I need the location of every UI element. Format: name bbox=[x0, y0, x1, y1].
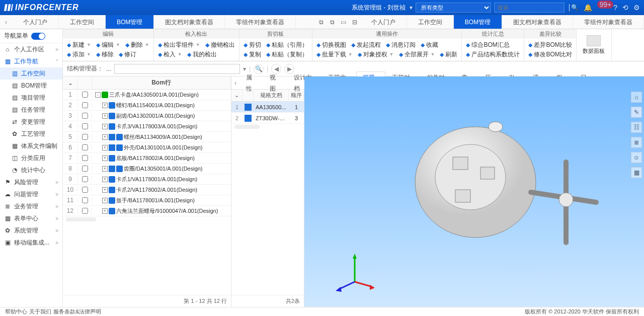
vp-user-icon[interactable]: ☺ bbox=[631, 152, 642, 163]
sidebar-item[interactable]: ▥工作空间 bbox=[0, 67, 62, 80]
expand-icon[interactable]: + bbox=[102, 134, 108, 140]
main-tab[interactable]: BOM管理 bbox=[454, 15, 502, 29]
sidebar-item[interactable]: ⌂个人工作区> bbox=[0, 43, 62, 55]
sidebar-item[interactable]: ≣业务管理> bbox=[0, 200, 62, 212]
ribbon-button[interactable]: ◆修改BOM比对 bbox=[528, 50, 572, 59]
sidebar-item[interactable]: ▤项目管理 bbox=[0, 92, 62, 104]
struct-filter-input[interactable] bbox=[114, 64, 240, 74]
bom-row[interactable]: 2 + 螺钉/BA1154001/A.001(Design) bbox=[63, 100, 231, 111]
vp-list-icon[interactable]: ≣ bbox=[631, 137, 642, 148]
ribbon-button[interactable]: ◆差异BOM比较 bbox=[528, 41, 572, 49]
bom-row[interactable]: 10 + 卡爪2/VA1178002/A.001(Design) bbox=[63, 185, 231, 195]
expand-icon[interactable]: + bbox=[102, 166, 108, 172]
bom-row[interactable]: 7 + 底板/BA1178002/A.001(Design) bbox=[63, 153, 231, 164]
row-checkbox[interactable] bbox=[82, 123, 88, 129]
row-checkbox[interactable] bbox=[82, 208, 88, 214]
bom-row[interactable]: 1 - 三爪卡盘/AA1305001/A.001(Design) bbox=[63, 90, 231, 100]
search-submit-icon[interactable]: │🔍 bbox=[568, 4, 579, 11]
bom-row[interactable]: 9 + 卡爪1/VA1178001/A.001(Design) bbox=[63, 174, 231, 185]
window-icon-4[interactable]: ⊟ bbox=[349, 15, 360, 29]
dropdown-icon[interactable]: ▾ bbox=[410, 4, 413, 11]
sidebar-item[interactable]: ▤BOM管理 bbox=[0, 80, 62, 92]
ribbon-button[interactable]: ◆复制 bbox=[244, 50, 261, 59]
footer-about[interactable]: 关于我们 bbox=[29, 308, 51, 315]
expand-icon[interactable]: - bbox=[95, 92, 101, 98]
bom-row[interactable]: 6 + 外壳/DA1301001/A.001(Design) bbox=[63, 142, 231, 153]
main-tab[interactable]: 零组件对象查看器 bbox=[225, 15, 296, 29]
main-tab[interactable]: 零组件对象查看器 bbox=[573, 15, 644, 29]
sidebar-item[interactable]: ☁问题管理> bbox=[0, 188, 62, 200]
doc-row[interactable]: 1AA130500...1 bbox=[231, 102, 304, 113]
ribbon-button[interactable]: ◆撤销检出 bbox=[205, 41, 235, 49]
ribbon-button[interactable]: ◆产品结构系数统计 bbox=[466, 50, 520, 59]
sidebar-item[interactable]: ▣移动端集成...> bbox=[0, 236, 62, 249]
sidebar-item[interactable]: ▤任务管理 bbox=[0, 104, 62, 116]
sidebar-item[interactable]: ▦表单中心> bbox=[0, 212, 62, 224]
settings-icon[interactable]: ⚙ bbox=[633, 4, 640, 12]
ribbon-button[interactable]: ◆删除▼ bbox=[125, 41, 149, 49]
sidebar-item[interactable]: ⚑风险管理> bbox=[0, 176, 62, 188]
expand-icon[interactable]: + bbox=[102, 145, 108, 150]
expand-icon[interactable]: + bbox=[102, 155, 108, 161]
row-checkbox[interactable] bbox=[82, 92, 88, 98]
ribbon-button[interactable]: ◆收藏 bbox=[421, 41, 438, 49]
expand-icon[interactable]: + bbox=[102, 103, 108, 108]
sidebar-item[interactable]: ◫分类应用 bbox=[0, 152, 62, 164]
main-tab[interactable]: 个人门户 bbox=[360, 15, 407, 29]
3d-viewport[interactable]: ⌂ ✎ ☷ ≣ ☺ ▦ bbox=[304, 76, 644, 307]
notification-icon[interactable]: 🔔99+ bbox=[584, 4, 608, 12]
main-tab[interactable]: 图文档对象查看器 bbox=[502, 15, 573, 29]
ribbon-button[interactable]: ◆对象授权▼ bbox=[358, 50, 394, 59]
row-checkbox[interactable] bbox=[82, 187, 88, 193]
window-icon-1[interactable]: ⧉ bbox=[316, 15, 327, 29]
vp-grid-icon[interactable]: ▦ bbox=[631, 167, 642, 178]
expand-icon[interactable]: + bbox=[102, 124, 108, 129]
expand-icon[interactable]: + bbox=[102, 208, 108, 214]
h-scrollbar[interactable] bbox=[66, 217, 96, 221]
bom-row[interactable]: 3 + 副齿/DA1302001/A.001(Design) bbox=[63, 111, 231, 121]
ribbon-button[interactable]: ◆剪切 bbox=[244, 41, 261, 49]
col-collapse-icon[interactable]: ⌄ bbox=[63, 76, 78, 89]
row-checkbox[interactable] bbox=[82, 155, 88, 161]
main-tab[interactable]: 工作空间 bbox=[59, 15, 106, 29]
row-checkbox[interactable] bbox=[82, 102, 88, 108]
ribbon-button[interactable]: ◆检出零组件▼ bbox=[158, 41, 200, 49]
ribbon-button[interactable]: ◆批量下载▼ bbox=[316, 50, 353, 59]
row-checkbox[interactable] bbox=[82, 197, 88, 203]
bom-row[interactable]: 5 + 螺丝/BA1134009/A.001(Design) bbox=[63, 132, 231, 142]
vp-tree-icon[interactable]: ☷ bbox=[631, 122, 642, 133]
bom-row[interactable]: 11 + 扳手/BA1178001/A.001(Design) bbox=[63, 195, 231, 206]
ribbon-button[interactable]: ◆检入▼ bbox=[158, 50, 182, 59]
ribbon-button[interactable]: ◆我的检出 bbox=[187, 50, 217, 59]
data-panel-icon[interactable] bbox=[587, 35, 601, 46]
main-tab[interactable]: 图文档对象查看器 bbox=[154, 15, 225, 29]
ribbon-button[interactable]: ◆消息订阅 bbox=[386, 41, 416, 49]
h-scrollbar[interactable] bbox=[234, 125, 260, 129]
vp-tool-icon[interactable]: ✎ bbox=[631, 107, 642, 118]
expand-icon[interactable]: + bbox=[102, 177, 108, 182]
detail-subtab[interactable]: 属性 bbox=[239, 71, 263, 95]
help-icon[interactable]: ? bbox=[613, 4, 617, 12]
row-checkbox[interactable] bbox=[82, 144, 88, 150]
row-checkbox[interactable] bbox=[82, 134, 88, 140]
bom-row[interactable]: 12 + 六角法兰面螺母/91000047/A.001(Design) bbox=[63, 206, 231, 216]
main-tab[interactable]: BOM管理 bbox=[106, 15, 154, 29]
ribbon-button[interactable]: ◆全部展开▼ bbox=[399, 50, 435, 59]
ribbon-button[interactable]: ◆粘贴（复制） bbox=[266, 50, 308, 59]
sidebar-item[interactable]: ⇄变更管理 bbox=[0, 116, 62, 128]
ribbon-button[interactable]: ◆切换视图 bbox=[316, 41, 346, 49]
footer-help[interactable]: 帮助中心 bbox=[5, 308, 27, 315]
sidebar-item[interactable]: ✿工艺管理 bbox=[0, 128, 62, 140]
sidebar-item[interactable]: ▦体系文件编制 bbox=[0, 140, 62, 152]
subtab-scroll-left[interactable]: ‹ bbox=[231, 80, 239, 87]
bom-row[interactable]: 4 + 卡爪3/VA1178003/A.001(Design) bbox=[63, 121, 231, 132]
ribbon-button[interactable]: ◆添加▼ bbox=[67, 50, 91, 59]
ribbon-button[interactable]: ◆刷新 bbox=[440, 50, 457, 59]
vp-home-icon[interactable]: ⌂ bbox=[631, 92, 642, 103]
expand-icon[interactable]: + bbox=[102, 198, 108, 203]
sidebar-toggle[interactable] bbox=[31, 33, 45, 40]
window-icon-2[interactable]: ⧉ bbox=[327, 15, 338, 29]
sidebar-item[interactable]: ✿系统管理> bbox=[0, 224, 62, 236]
main-tab[interactable]: 工作空间 bbox=[407, 15, 454, 29]
bom-row[interactable]: 8 + 齿圈/DA1305001/A.001(Design) bbox=[63, 164, 231, 174]
